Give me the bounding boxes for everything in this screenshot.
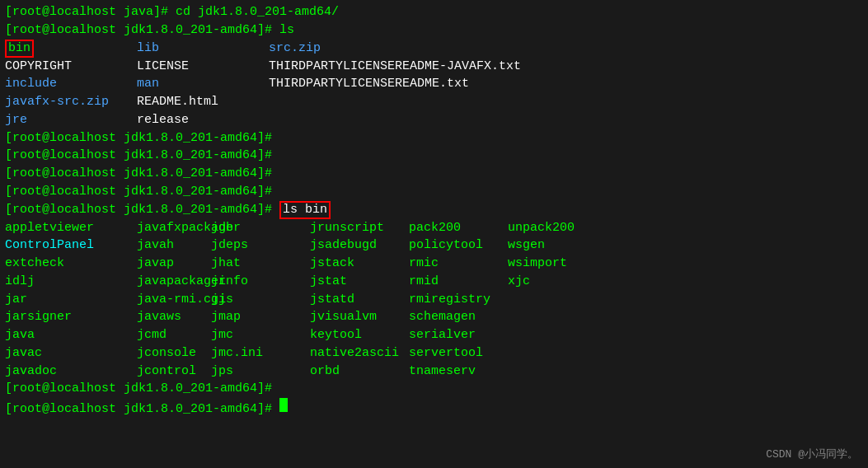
ls-release: release xyxy=(137,111,189,129)
prompt-blank-3: [root@localhost jdk1.8.0_201-amd64]# xyxy=(5,165,272,183)
b-idlj: idlj xyxy=(5,273,137,291)
ls-row-1: bin lib src.zip xyxy=(5,40,863,58)
b-controlpanel: ControlPanel xyxy=(5,236,137,255)
blank-2: [root@localhost jdk1.8.0_201-amd64]# xyxy=(5,147,863,165)
watermark: CSDN @小冯同学。 xyxy=(766,447,858,461)
blank-3: [root@localhost jdk1.8.0_201-amd64]# xyxy=(5,165,863,183)
b-jmcini: jmc.ini xyxy=(211,344,310,363)
b-extcheck: extcheck xyxy=(5,255,137,273)
b-javap: javap xyxy=(137,255,211,273)
cursor xyxy=(279,398,288,412)
bin-row-3: extcheck javap jhat jstack rmic wsimport xyxy=(5,255,863,273)
b-xjc: xjc xyxy=(508,273,530,291)
b-schemagen: schemagen xyxy=(409,308,508,326)
ls-bin: bin xyxy=(5,40,137,58)
prompt-blank-1: [root@localhost jdk1.8.0_201-amd64]# xyxy=(5,129,272,147)
ls-srzip: src.zip xyxy=(269,40,500,58)
line-ls: [root@localhost jdk1.8.0_201-amd64]# ls xyxy=(5,21,863,40)
ls-bin-cmd-box: ls bin xyxy=(279,201,331,219)
b-javac: javac xyxy=(5,344,137,363)
b-rmid: rmid xyxy=(409,273,508,291)
blank-5: [root@localhost jdk1.8.0_201-amd64]# xyxy=(5,380,863,398)
prompt: [root@localhost jdk1.8.0_201-amd64]# ls xyxy=(5,21,294,40)
ls-row-5: jre release xyxy=(5,111,863,129)
b-java-rmi: java-rmi.cgi xyxy=(137,291,211,309)
ls-readme: README.html xyxy=(137,93,218,111)
b-jmc: jmc xyxy=(211,326,310,344)
b-javafxpackager: javafxpackager xyxy=(137,219,211,237)
b-serialver: serialver xyxy=(409,326,508,344)
prompt-blank-2: [root@localhost jdk1.8.0_201-amd64]# xyxy=(5,147,272,165)
b-jstat: jstat xyxy=(310,273,409,291)
bin-row-5: jar java-rmi.cgi jjs jstatd rmiregistry xyxy=(5,291,863,309)
ls-thirdparty-javafx: THIRDPARTYLICENSEREADME-JAVAFX.txt xyxy=(269,58,521,76)
blank-4: [root@localhost jdk1.8.0_201-amd64]# xyxy=(5,183,863,201)
b-jhat: jhat xyxy=(211,255,310,273)
b-orbd: orbd xyxy=(310,363,409,381)
b-jjs: jjs xyxy=(211,291,310,309)
bin-row-7: java jcmd jmc keytool serialver xyxy=(5,326,863,344)
ls-jre: jre xyxy=(5,111,137,129)
b-wsgen: wsgen xyxy=(508,236,545,255)
b-pack200: pack200 xyxy=(409,219,508,237)
ls-license: LICENSE xyxy=(137,58,269,76)
ls-copyright: COPYRIGHT xyxy=(5,58,137,76)
b-javapackager: javapackager xyxy=(137,273,211,291)
bin-boxed: bin xyxy=(5,40,34,58)
b-tnameserv: tnameserv xyxy=(409,363,508,381)
final-prompt: [root@localhost jdk1.8.0_201-amd64]# xyxy=(5,400,279,419)
b-native2ascii: native2ascii xyxy=(310,344,409,363)
b-java: java xyxy=(5,326,137,344)
b-jarsigner: jarsigner xyxy=(5,308,137,326)
terminal: [root@localhost java]# cd jdk1.8.0_201-a… xyxy=(0,0,868,468)
b-javah: javah xyxy=(137,236,211,255)
prompt-blank-4: [root@localhost jdk1.8.0_201-amd64]# xyxy=(5,183,272,201)
b-appletviewer: appletviewer xyxy=(5,219,137,237)
b-wsimport: wsimport xyxy=(508,255,567,273)
ls-man: man xyxy=(137,75,269,93)
ls-javafx-src: javafx-src.zip xyxy=(5,93,137,111)
b-servertool: servertool xyxy=(409,344,508,363)
b-jdeps: jdeps xyxy=(211,236,310,255)
b-rmiregistry: rmiregistry xyxy=(409,291,508,309)
bin-row-9: javadoc jcontrol jps orbd tnameserv xyxy=(5,363,863,381)
bin-row-6: jarsigner javaws jmap jvisualvm schemage… xyxy=(5,308,863,326)
b-jdb: jdb xyxy=(211,219,310,237)
b-unpack200: unpack200 xyxy=(508,219,575,237)
b-rmic: rmic xyxy=(409,255,508,273)
ls-row-2: COPYRIGHT LICENSE THIRDPARTYLICENSEREADM… xyxy=(5,58,863,76)
line-cd: [root@localhost java]# cd jdk1.8.0_201-a… xyxy=(5,3,863,21)
b-jps: jps xyxy=(211,363,310,381)
b-javaws: javaws xyxy=(137,308,211,326)
blank-1: [root@localhost jdk1.8.0_201-amd64]# xyxy=(5,129,863,147)
bin-row-1: appletviewer javafxpackager jdb jrunscri… xyxy=(5,219,863,237)
prompt-ls-bin: [root@localhost jdk1.8.0_201-amd64]# xyxy=(5,201,279,219)
b-jcmd: jcmd xyxy=(137,326,211,344)
b-jinfo: jinfo xyxy=(211,273,310,291)
ls-row-4: javafx-src.zip README.html xyxy=(5,93,863,111)
ls-thirdparty: THIRDPARTYLICENSEREADME.txt xyxy=(269,75,469,93)
b-jar: jar xyxy=(5,291,137,309)
prompt: [root@localhost java]# cd jdk1.8.0_201-a… xyxy=(5,3,339,21)
final-prompt-line: [root@localhost jdk1.8.0_201-amd64]# xyxy=(5,398,863,419)
b-jrunscript: jrunscript xyxy=(310,219,409,237)
b-keytool: keytool xyxy=(310,326,409,344)
ls-lib: lib xyxy=(137,40,269,58)
ls-row-3: include man THIRDPARTYLICENSEREADME.txt xyxy=(5,75,863,93)
prompt-blank-5: [root@localhost jdk1.8.0_201-amd64]# xyxy=(5,380,272,398)
line-ls-bin: [root@localhost jdk1.8.0_201-amd64]# ls … xyxy=(5,201,863,219)
bin-row-8: javac jconsole jmc.ini native2ascii serv… xyxy=(5,344,863,363)
bin-row-2: ControlPanel javah jdeps jsadebugd polic… xyxy=(5,236,863,255)
b-jconsole: jconsole xyxy=(137,344,211,363)
b-jvisualvm: jvisualvm xyxy=(310,308,409,326)
bin-row-4: idlj javapackager jinfo jstat rmid xjc xyxy=(5,273,863,291)
b-javadoc: javadoc xyxy=(5,363,137,381)
b-jstatd: jstatd xyxy=(310,291,409,309)
b-jstack: jstack xyxy=(310,255,409,273)
b-jcontrol: jcontrol xyxy=(137,363,211,381)
b-jmap: jmap xyxy=(211,308,310,326)
ls-include: include xyxy=(5,75,137,93)
b-policytool: policytool xyxy=(409,236,508,255)
b-jsadebugd: jsadebugd xyxy=(310,236,409,255)
